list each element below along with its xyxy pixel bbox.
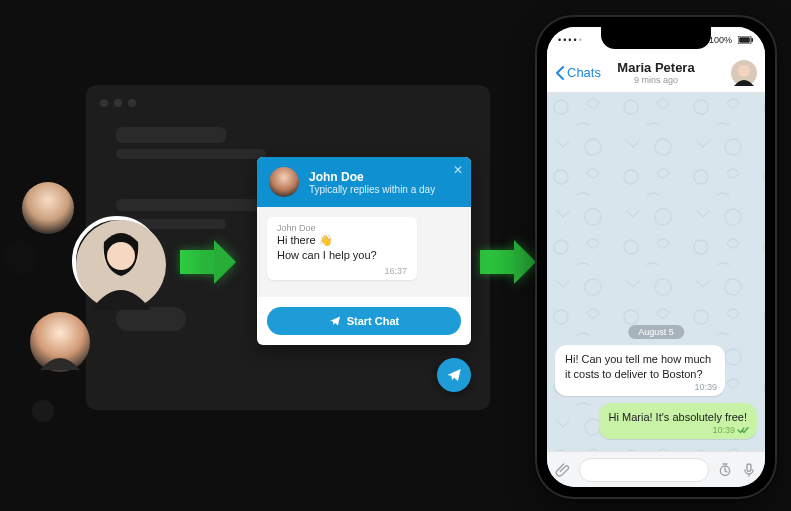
signal-icon: ••••• bbox=[557, 35, 583, 45]
telegram-icon bbox=[446, 367, 462, 383]
svg-rect-16 bbox=[747, 464, 751, 471]
outgoing-message[interactable]: Hi Maria! It's absolutely free! 10:39 bbox=[599, 403, 757, 439]
back-button[interactable]: Chats bbox=[555, 65, 601, 80]
visitor-avatar bbox=[22, 182, 74, 234]
placeholder-bar bbox=[116, 127, 226, 143]
visitor-avatar bbox=[4, 240, 38, 274]
chevron-left-icon bbox=[555, 66, 565, 80]
window-dots bbox=[100, 99, 136, 107]
start-chat-button[interactable]: Start Chat bbox=[267, 307, 461, 335]
message-time: 10:39 bbox=[712, 424, 749, 436]
svg-point-1 bbox=[4, 240, 38, 274]
chat-nav: Chats Maria Petera 9 mins ago bbox=[547, 53, 765, 93]
compose-bar bbox=[547, 451, 765, 487]
svg-point-0 bbox=[22, 182, 74, 234]
chat-area[interactable]: August 5 Hi! Can you tell me how much it… bbox=[547, 93, 765, 451]
flow-arrow-icon bbox=[180, 240, 236, 284]
telegram-icon bbox=[329, 315, 341, 327]
greeting-bubble: John Doe Hi there 👋 How can I help you? … bbox=[267, 217, 417, 280]
reply-hint: Typically replies within a day bbox=[309, 184, 435, 195]
bubble-from: John Doe bbox=[277, 223, 407, 233]
bubble-text: Hi there 👋 How can I help you? bbox=[277, 233, 407, 263]
start-chat-label: Start Chat bbox=[347, 315, 400, 327]
attachment-icon[interactable] bbox=[555, 462, 571, 478]
bubble-time: 16:37 bbox=[277, 266, 407, 276]
placeholder-button bbox=[116, 307, 186, 331]
visitor-avatar bbox=[30, 312, 90, 372]
agent-avatar bbox=[269, 167, 299, 197]
svg-rect-9 bbox=[739, 37, 750, 43]
close-icon[interactable]: ✕ bbox=[453, 163, 463, 177]
back-label: Chats bbox=[567, 65, 601, 80]
phone-frame: ••••• 100% Chats Maria Petera 9 mins ago bbox=[537, 17, 775, 497]
contact-avatar[interactable] bbox=[731, 60, 757, 86]
agent-name: John Doe bbox=[309, 170, 435, 184]
battery-icon bbox=[738, 36, 754, 44]
svg-point-6 bbox=[32, 400, 54, 422]
visitor-avatar-primary bbox=[72, 216, 162, 306]
read-ticks-icon bbox=[737, 426, 749, 434]
chat-background-pattern bbox=[547, 93, 765, 451]
phone-screen: ••••• 100% Chats Maria Petera 9 mins ago bbox=[547, 27, 765, 487]
message-text: Hi Maria! It's absolutely free! bbox=[609, 411, 747, 423]
svg-point-7 bbox=[269, 167, 299, 197]
placeholder-bar bbox=[116, 149, 266, 159]
placeholder-bar bbox=[116, 199, 276, 211]
svg-rect-10 bbox=[752, 38, 754, 42]
svg-rect-14 bbox=[547, 93, 765, 451]
svg-point-12 bbox=[738, 65, 750, 77]
svg-point-4 bbox=[107, 242, 135, 270]
incoming-message[interactable]: Hi! Can you tell me how much it costs to… bbox=[555, 345, 725, 396]
message-time: 10:39 bbox=[694, 381, 717, 393]
battery-percent: 100% bbox=[709, 35, 732, 45]
timer-icon[interactable] bbox=[717, 462, 733, 478]
widget-header: ✕ John Doe Typically replies within a da… bbox=[257, 157, 471, 207]
message-text: Hi! Can you tell me how much it costs to… bbox=[565, 353, 711, 380]
widget-body: John Doe Hi there 👋 How can I help you? … bbox=[257, 207, 471, 297]
telegram-fab[interactable] bbox=[437, 358, 471, 392]
phone-notch bbox=[601, 27, 711, 49]
date-separator: August 5 bbox=[628, 325, 684, 339]
microphone-icon[interactable] bbox=[741, 462, 757, 478]
message-input[interactable] bbox=[579, 458, 709, 482]
flow-arrow-icon bbox=[480, 240, 536, 284]
visitor-avatar bbox=[32, 400, 54, 422]
chat-widget: ✕ John Doe Typically replies within a da… bbox=[257, 157, 471, 345]
